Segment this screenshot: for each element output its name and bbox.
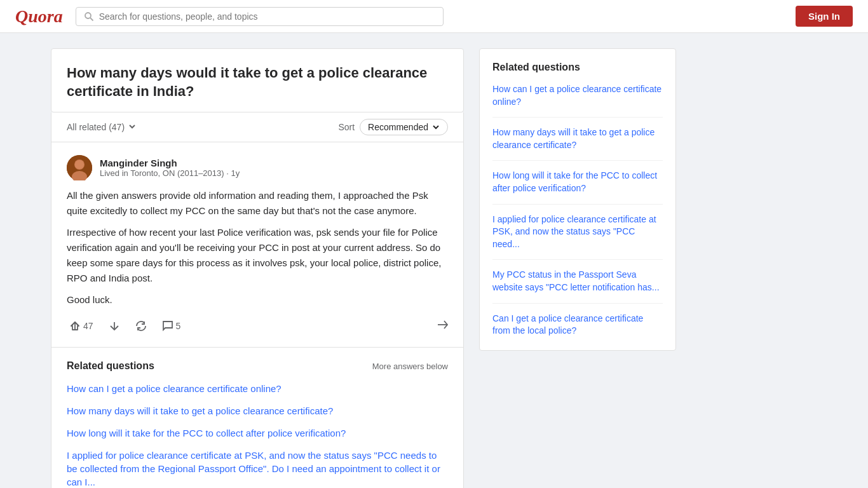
sort-label: Sort <box>338 122 355 132</box>
all-related-filter[interactable]: All related (47) <box>67 122 136 132</box>
comment-icon <box>162 320 173 332</box>
author-name: Manginder Singh <box>100 158 240 168</box>
list-item: How many days will it take to get a poli… <box>492 126 663 161</box>
upvote-icon <box>69 320 81 332</box>
answer-paragraph-3: Good luck. <box>67 292 448 308</box>
main-content: How many days would it take to get a pol… <box>51 48 464 488</box>
list-item: How can I get a police clearance certifi… <box>492 83 663 118</box>
svg-point-0 <box>85 13 91 18</box>
comment-button[interactable]: 5 <box>159 318 184 334</box>
reshare-button[interactable] <box>133 318 149 334</box>
comment-count: 5 <box>176 321 181 331</box>
sort-dropdown[interactable]: Recommended <box>360 119 448 135</box>
site-header: Quora Sign In <box>0 0 868 33</box>
page-container: How many days would it take to get a pol… <box>0 33 868 488</box>
author-bio: Lived in Toronto, ON (2011–2013) · 1y <box>100 168 240 178</box>
inline-related-link-4[interactable]: I applied for police clearance certifica… <box>67 450 440 487</box>
sidebar: Related questions How can I get a police… <box>479 48 676 488</box>
more-answers-label: More answers below <box>372 362 448 371</box>
refresh-icon <box>135 320 147 332</box>
downvote-icon <box>109 320 120 332</box>
svg-point-5 <box>75 160 84 169</box>
inline-related-link-1[interactable]: How can I get a police clearance certifi… <box>67 383 281 394</box>
answer-card: Manginder Singh Lived in Toronto, ON (20… <box>51 142 464 348</box>
inline-related-card: Related questions More answers below How… <box>51 348 464 488</box>
chevron-down-icon <box>128 123 136 132</box>
answer-actions: 47 <box>67 318 448 334</box>
inline-related-title: Related questions <box>67 360 154 372</box>
share-icon <box>437 319 448 330</box>
list-item: How long will it take for the PCC to col… <box>492 170 663 204</box>
quora-logo[interactable]: Quora <box>15 6 63 27</box>
list-item: How many days will it take to get a poli… <box>67 404 448 417</box>
author-info: Manginder Singh Lived in Toronto, ON (20… <box>100 158 240 178</box>
sign-in-button[interactable]: Sign In <box>796 6 853 27</box>
search-icon <box>84 11 94 22</box>
answer-author: Manginder Singh Lived in Toronto, ON (20… <box>67 155 448 180</box>
question-card: How many days would it take to get a pol… <box>51 48 464 112</box>
search-input[interactable] <box>99 11 436 22</box>
sidebar-list: How can I get a police clearance certifi… <box>492 83 663 337</box>
sort-value: Recommended <box>368 122 428 132</box>
inline-related-link-2[interactable]: How many days will it take to get a poli… <box>67 405 333 416</box>
list-item: Can I get a police clearance certificate… <box>492 313 663 337</box>
list-item: How long will it take for the PCC to col… <box>67 426 448 440</box>
sidebar-link-2[interactable]: How many days will it take to get a poli… <box>492 127 654 150</box>
sidebar-card: Related questions How can I get a police… <box>479 48 676 351</box>
search-bar <box>76 7 444 26</box>
upvote-button[interactable]: 47 <box>67 318 96 334</box>
sidebar-link-5[interactable]: My PCC status in the Passport Seva websi… <box>492 269 660 292</box>
sidebar-title: Related questions <box>492 62 663 73</box>
upvote-count: 47 <box>83 321 93 331</box>
sort-area: Sort Recommended <box>338 119 448 135</box>
sidebar-link-4[interactable]: I applied for police clearance certifica… <box>492 214 656 249</box>
answer-paragraph-1: All the given answers provide old inform… <box>67 188 448 219</box>
answer-text: All the given answers provide old inform… <box>67 188 448 308</box>
sidebar-link-6[interactable]: Can I get a police clearance certificate… <box>492 313 643 336</box>
filter-bar: All related (47) Sort Recommended <box>51 112 464 142</box>
avatar <box>67 155 92 180</box>
inline-related-header: Related questions More answers below <box>67 360 448 372</box>
inline-related-list: How can I get a police clearance certifi… <box>67 382 448 488</box>
list-item: I applied for police clearance certifica… <box>492 214 663 261</box>
all-related-label: All related (47) <box>67 122 125 132</box>
question-title: How many days would it take to get a pol… <box>67 64 448 100</box>
sidebar-link-3[interactable]: How long will it take for the PCC to col… <box>492 170 657 193</box>
list-item: My PCC status in the Passport Seva websi… <box>492 269 663 303</box>
downvote-button[interactable] <box>106 318 123 334</box>
share-button[interactable] <box>437 319 448 333</box>
list-item: I applied for police clearance certifica… <box>67 449 448 488</box>
sidebar-link-1[interactable]: How can I get a police clearance certifi… <box>492 84 661 107</box>
answer-paragraph-2: Irrespective of how recent your last Pol… <box>67 225 448 286</box>
inline-related-link-3[interactable]: How long will it take for the PCC to col… <box>67 428 346 438</box>
list-item: How can I get a police clearance certifi… <box>67 382 448 395</box>
svg-line-1 <box>90 18 93 21</box>
